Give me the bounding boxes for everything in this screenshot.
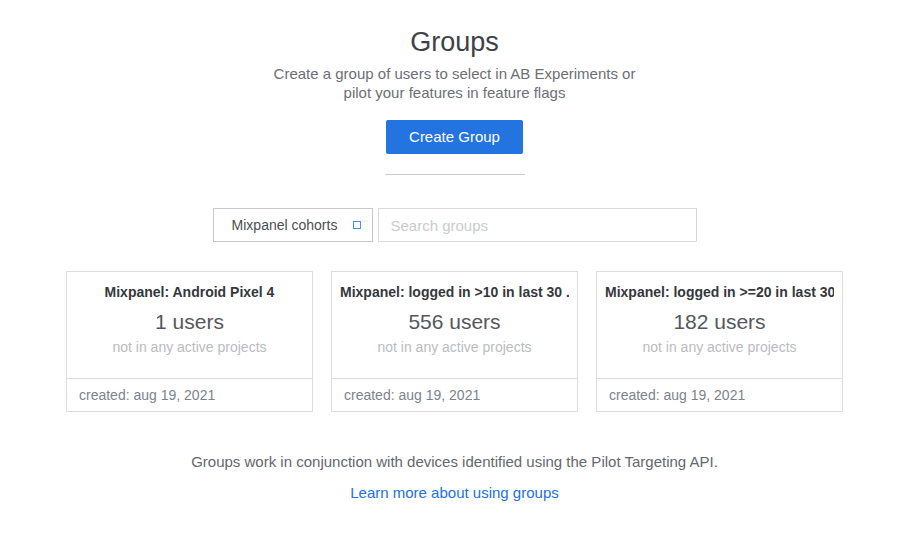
page-title: Groups [0,26,909,58]
group-card-body: Mixpanel: logged in >10 in last 30 ... 5… [332,272,577,378]
filter-row: Mixpanel cohorts [0,208,909,242]
group-card-status: not in any active projects [340,339,569,356]
page-subtitle-line1: Create a group of users to select in AB … [0,64,909,83]
group-card-body: Mixpanel: Android Pixel 4 1 users not in… [67,272,312,378]
group-card-status: not in any active projects [605,339,834,356]
group-card[interactable]: Mixpanel: logged in >=20 in last 30... 1… [596,271,843,412]
header-divider [385,174,525,175]
square-outline-icon [353,221,361,229]
learn-more-link[interactable]: Learn more about using groups [350,484,558,501]
group-card[interactable]: Mixpanel: logged in >10 in last 30 ... 5… [331,271,578,412]
group-card-users-count: 1 users [75,310,304,334]
group-card-title: Mixpanel: Android Pixel 4 [75,283,304,301]
group-cards-row: Mixpanel: Android Pixel 4 1 users not in… [0,271,909,412]
group-card-status: not in any active projects [75,339,304,356]
group-card[interactable]: Mixpanel: Android Pixel 4 1 users not in… [66,271,313,412]
group-card-title: Mixpanel: logged in >=20 in last 30... [605,283,834,301]
group-card-body: Mixpanel: logged in >=20 in last 30... 1… [597,272,842,378]
group-card-created: created: aug 19, 2021 [67,378,312,411]
learn-more-container: Learn more about using groups [0,484,909,502]
create-button-container: Create Group [0,120,909,154]
group-card-users-count: 556 users [340,310,569,334]
page-subtitle-line2: pilot your features in feature flags [0,83,909,102]
cohort-dropdown-label: Mixpanel cohorts [232,217,338,233]
group-card-title: Mixpanel: logged in >10 in last 30 ... [340,283,569,301]
create-group-button[interactable]: Create Group [386,120,523,154]
groups-info-text: Groups work in conjunction with devices … [0,452,909,471]
groups-page: Groups Create a group of users to select… [0,26,909,558]
group-card-created: created: aug 19, 2021 [597,378,842,411]
search-groups-input[interactable] [378,208,697,242]
cohort-source-dropdown[interactable]: Mixpanel cohorts [213,208,373,242]
group-card-users-count: 182 users [605,310,834,334]
page-subtitle: Create a group of users to select in AB … [0,64,909,102]
group-card-created: created: aug 19, 2021 [332,378,577,411]
